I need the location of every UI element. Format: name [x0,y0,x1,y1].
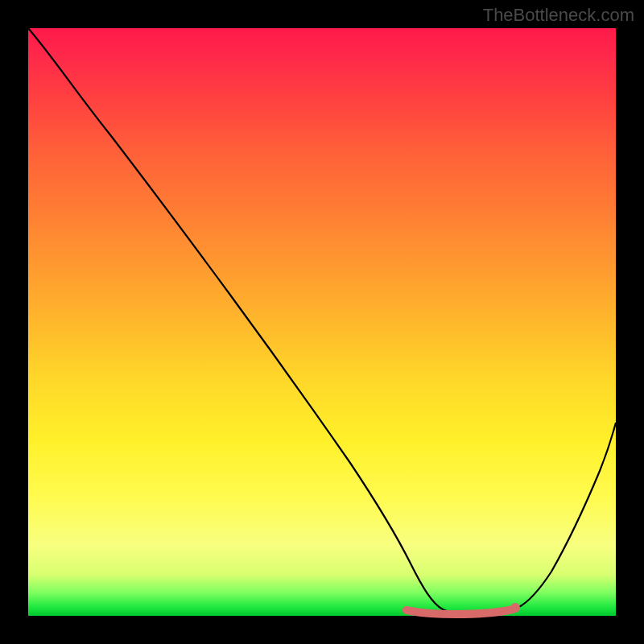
chart-plot-area [28,28,616,616]
chart-svg [28,28,616,616]
optimal-point-marker [510,603,520,613]
attribution-text: TheBottleneck.com [483,5,634,26]
optimal-flat-region [407,609,513,614]
bottleneck-curve [28,28,616,614]
